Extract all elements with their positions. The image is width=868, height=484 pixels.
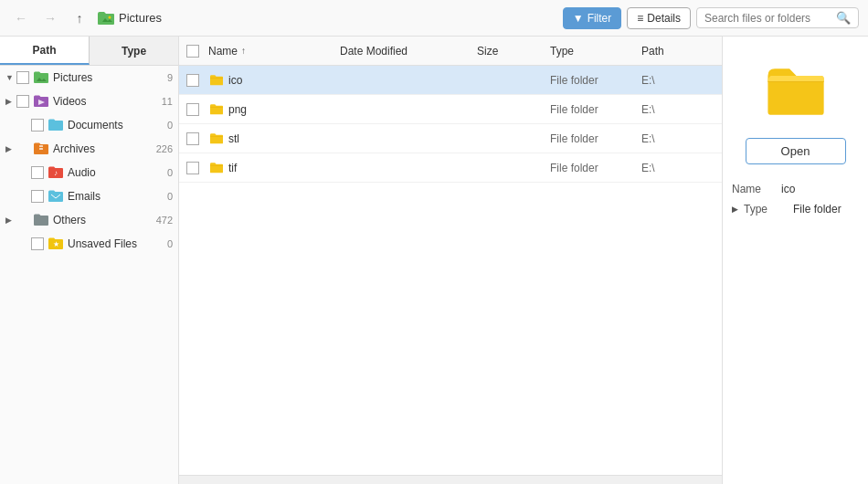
row-path-stl: E:\ — [641, 132, 715, 145]
row-checkbox-col-png — [186, 103, 208, 116]
row-name-tif: tif — [228, 162, 340, 174]
table-row[interactable]: tif File folder E:\ — [179, 153, 722, 183]
emails-folder-icon — [48, 188, 64, 205]
others-folder-icon — [33, 212, 49, 228]
row-folder-icon-png — [208, 103, 228, 116]
sidebar-tab-type[interactable]: Type — [90, 37, 178, 65]
preview-folder-icon — [766, 64, 825, 120]
row-type-ico: File folder — [550, 74, 641, 87]
details-label: Details — [647, 12, 681, 25]
checkbox-documents[interactable] — [31, 119, 44, 132]
up-button[interactable]: ↑ — [68, 6, 91, 30]
header-path[interactable]: Path — [641, 45, 715, 58]
sidebar-item-unsaved[interactable]: ★ Unsaved Files 0 — [0, 232, 178, 256]
checkbox-videos[interactable] — [16, 95, 29, 108]
row-type-png: File folder — [550, 103, 641, 116]
search-input[interactable] — [704, 12, 832, 25]
open-button[interactable]: Open — [746, 138, 846, 164]
row-type-tif: File folder — [550, 162, 641, 174]
audio-folder-icon: ♪ — [48, 164, 64, 181]
svg-text:♪: ♪ — [54, 169, 58, 177]
content-area: Name ↑ Date Modified Size Type Path — [179, 37, 722, 484]
header-checkbox[interactable] — [186, 45, 199, 58]
table-row[interactable]: png File folder E:\ — [179, 95, 722, 124]
header-type[interactable]: Type — [550, 45, 641, 58]
pictures-folder-icon — [33, 69, 49, 86]
sidebar-label-documents: Documents — [68, 119, 164, 132]
row-folder-icon-tif — [208, 162, 228, 174]
table-row[interactable]: ico File folder E:\ — [179, 66, 722, 95]
sidebar-tab-path[interactable]: Path — [0, 37, 90, 65]
sidebar-label-unsaved: Unsaved Files — [68, 237, 164, 250]
table-body: ico File folder E:\ png — [179, 66, 722, 475]
row-name-png: png — [228, 103, 340, 116]
row-folder-icon-ico — [208, 74, 228, 87]
sidebar-label-emails: Emails — [68, 190, 164, 203]
sidebar-header: Path Type — [0, 37, 178, 66]
sidebar-item-videos[interactable]: ▶ Videos 11 — [0, 89, 178, 113]
row-checkbox-stl[interactable] — [186, 132, 199, 145]
sidebar-count-documents: 0 — [167, 120, 173, 131]
expand-arrow-videos: ▶ — [5, 97, 16, 106]
sidebar-item-audio[interactable]: ♪ Audio 0 — [0, 161, 178, 184]
row-checkbox-col-stl — [186, 132, 208, 145]
filter-label: Filter — [587, 12, 612, 25]
checkbox-audio[interactable] — [31, 166, 44, 179]
breadcrumb-icon — [97, 9, 115, 27]
row-checkbox-ico[interactable] — [186, 74, 199, 87]
topbar-right: ▼ Filter ≡ Details 🔍 — [563, 7, 859, 29]
sidebar-item-emails[interactable]: Emails 0 — [0, 184, 178, 208]
sidebar-label-videos: Videos — [53, 95, 158, 108]
row-path-ico: E:\ — [641, 74, 715, 87]
sort-arrow-icon: ↑ — [241, 46, 246, 56]
svg-point-0 — [109, 16, 111, 18]
header-date[interactable]: Date Modified — [340, 45, 477, 58]
row-checkbox-col-tif — [186, 162, 208, 174]
info-type-label: Type — [744, 203, 789, 216]
main: Path Type ▼ Pictures 9 ▶ — [0, 37, 868, 484]
breadcrumb-text: Pictures — [119, 11, 162, 25]
row-checkbox-tif[interactable] — [186, 162, 199, 174]
info-type-arrow: ▶ — [732, 205, 738, 214]
svg-rect-3 — [39, 148, 43, 150]
filter-icon: ▼ — [573, 12, 584, 25]
sidebar-count-pictures: 9 — [167, 72, 173, 83]
details-button[interactable]: ≡ Details — [627, 7, 691, 29]
documents-folder-icon — [48, 117, 64, 133]
row-name-stl: stl — [228, 132, 340, 145]
search-icon: 🔍 — [836, 11, 851, 25]
header-size[interactable]: Size — [477, 45, 550, 58]
sidebar-item-documents[interactable]: Documents 0 — [0, 113, 178, 137]
right-panel: Open Name ico ▶ Type File folder — [722, 37, 868, 484]
filter-button[interactable]: ▼ Filter — [563, 7, 622, 29]
info-type-value: File folder — [793, 203, 859, 216]
svg-rect-2 — [39, 145, 43, 147]
row-checkbox-png[interactable] — [186, 103, 199, 116]
sidebar: Path Type ▼ Pictures 9 ▶ — [0, 37, 179, 484]
horizontal-scrollbar[interactable] — [179, 475, 722, 484]
checkbox-emails[interactable] — [31, 190, 44, 203]
header-name[interactable]: Name ↑ — [208, 45, 340, 58]
row-path-tif: E:\ — [641, 162, 715, 174]
row-name-ico: ico — [228, 74, 340, 87]
row-path-png: E:\ — [641, 103, 715, 116]
expand-arrow-archives: ▶ — [5, 144, 16, 153]
table-row[interactable]: stl File folder E:\ — [179, 124, 722, 153]
sidebar-item-others[interactable]: ▶ Others 472 — [0, 208, 178, 232]
back-button[interactable]: ← — [9, 6, 33, 30]
sidebar-count-audio: 0 — [167, 167, 173, 178]
sidebar-item-archives[interactable]: ▶ Archives 226 — [0, 137, 178, 161]
sidebar-count-archives: 226 — [156, 143, 173, 154]
archives-folder-icon — [33, 141, 49, 157]
sidebar-label-others: Others — [53, 214, 153, 226]
row-type-stl: File folder — [550, 132, 641, 145]
sidebar-item-pictures[interactable]: ▼ Pictures 9 — [0, 66, 178, 89]
checkbox-unsaved[interactable] — [31, 237, 44, 250]
unsaved-folder-icon: ★ — [48, 236, 64, 252]
header-name-label: Name — [208, 45, 238, 58]
breadcrumb: Pictures — [97, 9, 162, 27]
forward-button[interactable]: → — [38, 6, 62, 30]
svg-text:★: ★ — [53, 240, 59, 248]
checkbox-pictures[interactable] — [16, 71, 29, 84]
info-name-label: Name — [732, 183, 778, 195]
